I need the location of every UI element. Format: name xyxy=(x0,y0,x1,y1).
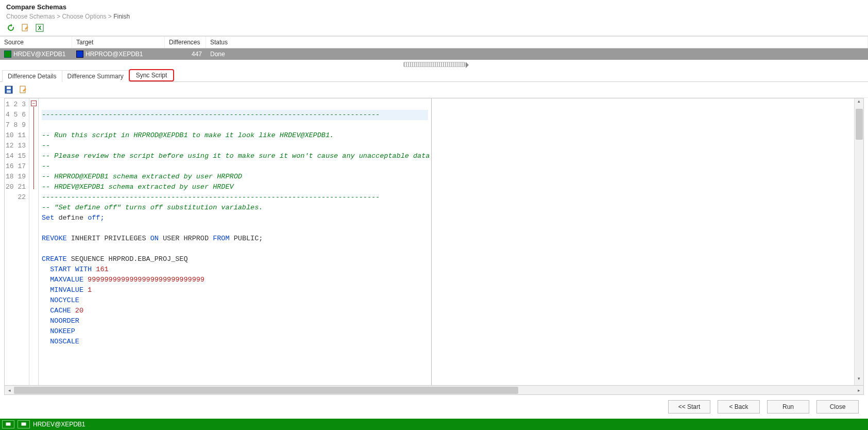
fold-collapse-icon[interactable]: − xyxy=(31,101,37,106)
save-script-icon[interactable] xyxy=(4,85,13,94)
top-toolbar: X xyxy=(0,20,868,36)
crumb-schemas[interactable]: Choose Schemas xyxy=(6,13,55,20)
hscroll-thumb[interactable] xyxy=(14,387,518,394)
svg-rect-8 xyxy=(21,422,26,426)
line-gutter: 1 2 3 4 5 6 7 8 9 10 11 12 13 14 15 16 1… xyxy=(5,98,29,385)
tab-difference-details[interactable]: Difference Details xyxy=(2,70,62,82)
result-grid-header: Source Target Differences Status xyxy=(0,36,868,48)
status-bar: HRDEV@XEPDB1 xyxy=(0,419,868,430)
target-color-swatch xyxy=(76,51,83,58)
svg-rect-4 xyxy=(7,87,11,89)
scroll-up-icon[interactable]: ▴ xyxy=(855,98,863,108)
refresh-icon[interactable] xyxy=(6,23,15,32)
wizard-buttons: << Start < Back Run Close xyxy=(0,395,868,419)
svg-rect-5 xyxy=(7,90,11,93)
tab-sync-script[interactable]: Sync Script xyxy=(129,69,175,81)
col-target[interactable]: Target xyxy=(72,37,165,48)
vertical-scrollbar[interactable]: ▴ ▾ xyxy=(854,98,863,385)
sql-editor[interactable]: 1 2 3 4 5 6 7 8 9 10 11 12 13 14 15 16 1… xyxy=(4,98,864,386)
crumb-options[interactable]: Choose Options xyxy=(62,13,106,20)
detail-tabs: Difference Details Difference Summary Sy… xyxy=(0,69,868,82)
status-icon-1[interactable] xyxy=(2,420,14,428)
back-button[interactable]: < Back xyxy=(718,400,760,414)
scroll-right-icon[interactable]: ▸ xyxy=(854,388,863,393)
close-button[interactable]: Close xyxy=(816,400,859,414)
status-connection: HRDEV@XEPDB1 xyxy=(33,421,86,428)
start-button[interactable]: << Start xyxy=(668,400,710,414)
editor-right-pane xyxy=(432,98,854,385)
svg-rect-7 xyxy=(6,422,11,426)
tab-difference-summary[interactable]: Difference Summary xyxy=(62,70,129,82)
svg-text:X: X xyxy=(38,25,42,31)
scroll-thumb[interactable] xyxy=(856,109,863,140)
result-row[interactable]: HRDEV@XEPDB1 HRPROD@XEPDB1 447 Done xyxy=(0,48,868,60)
script-toolbar xyxy=(0,82,868,98)
run-button[interactable]: Run xyxy=(767,400,809,414)
scroll-left-icon[interactable]: ◂ xyxy=(5,388,14,393)
excel-icon[interactable]: X xyxy=(35,23,44,32)
scroll-down-icon[interactable]: ▾ xyxy=(855,376,863,385)
pane-splitter[interactable] xyxy=(0,60,868,69)
status-icon-2[interactable] xyxy=(18,420,30,428)
edit-script-icon[interactable] xyxy=(19,85,28,94)
crumb-finish: Finish xyxy=(113,13,130,20)
col-source[interactable]: Source xyxy=(0,37,72,48)
edit-doc-icon[interactable] xyxy=(21,23,30,32)
breadcrumb: Choose Schemas > Choose Options > Finish xyxy=(6,13,862,20)
code-area[interactable]: ----------------------------------------… xyxy=(39,98,431,385)
fold-column[interactable]: − xyxy=(29,98,39,385)
col-differences[interactable]: Differences xyxy=(165,37,206,48)
page-title: Compare Schemas xyxy=(6,3,862,11)
col-status[interactable]: Status xyxy=(206,37,868,48)
horizontal-scrollbar[interactable]: ◂ ▸ xyxy=(4,386,864,395)
source-color-swatch xyxy=(4,51,11,58)
